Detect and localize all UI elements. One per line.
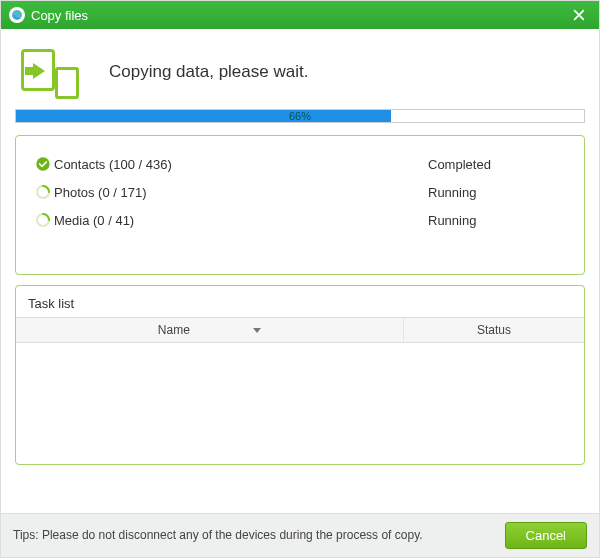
app-icon [9, 7, 25, 23]
progress-label: 66% [289, 110, 311, 122]
file-label: Contacts (100 / 436) [54, 157, 428, 172]
column-status[interactable]: Status [404, 318, 584, 342]
file-label: Media (0 / 41) [54, 213, 428, 228]
footer: Tips: Please do not disconnect any of th… [1, 513, 599, 557]
header-row: Copying data, please wait. [15, 43, 585, 109]
svg-point-1 [36, 157, 49, 170]
content-area: Copying data, please wait. 66% Contacts … [1, 29, 599, 465]
titlebar: Copy files [1, 1, 599, 29]
spinner-icon [32, 184, 54, 200]
transfer-icon [21, 49, 73, 95]
file-label: Photos (0 / 171) [54, 185, 428, 200]
close-icon[interactable] [567, 3, 591, 27]
column-name-label: Name [158, 323, 190, 337]
file-status: Completed [428, 157, 568, 172]
window-title: Copy files [31, 8, 567, 23]
file-status: Running [428, 185, 568, 200]
file-status: Running [428, 213, 568, 228]
check-icon [32, 156, 54, 172]
cancel-button[interactable]: Cancel [505, 522, 587, 549]
task-list-title: Task list [16, 286, 584, 317]
file-row-photos: Photos (0 / 171) Running [32, 178, 568, 206]
progress-fill [16, 110, 391, 122]
page-title: Copying data, please wait. [109, 62, 308, 82]
column-name[interactable]: Name [16, 318, 404, 342]
file-row-contacts: Contacts (100 / 436) Completed [32, 150, 568, 178]
status-panel: Contacts (100 / 436) Completed Photos (0… [15, 135, 585, 275]
file-row-media: Media (0 / 41) Running [32, 206, 568, 234]
spinner-icon [32, 212, 54, 228]
task-list-header: Name Status [16, 317, 584, 343]
column-status-label: Status [477, 323, 511, 337]
tips-text: Tips: Please do not disconnect any of th… [13, 527, 505, 544]
task-list-panel: Task list Name Status [15, 285, 585, 465]
progress-bar: 66% [15, 109, 585, 123]
sort-desc-icon [253, 328, 261, 333]
